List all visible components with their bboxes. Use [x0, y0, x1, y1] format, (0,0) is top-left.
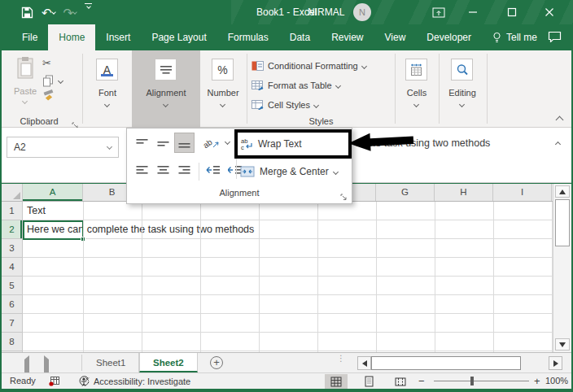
alignment-icon: [155, 59, 177, 81]
normal-view-button[interactable]: [325, 374, 348, 389]
scroll-up-button[interactable]: [555, 185, 570, 198]
merge-center-dropdown-icon[interactable]: [333, 168, 339, 174]
column-header-H[interactable]: H: [435, 184, 493, 201]
font-group-button[interactable]: A Font: [86, 52, 129, 126]
align-right-button[interactable]: [174, 159, 195, 180]
format-as-table-button[interactable]: Format as Table: [252, 80, 340, 91]
number-group-button[interactable]: % Number: [203, 52, 243, 126]
accessibility-status[interactable]: Accessibility: Investigate: [78, 376, 190, 387]
name-box[interactable]: A2: [7, 137, 119, 158]
cut-icon[interactable]: ✂: [42, 57, 51, 69]
cells-area[interactable]: Text Here we can complete the task using…: [23, 202, 553, 352]
sheet-tab-sheet1[interactable]: Sheet1: [83, 353, 139, 372]
row-header-3[interactable]: 3: [2, 239, 22, 258]
sheet-tab-sheet2[interactable]: Sheet2: [139, 353, 198, 372]
row-header-1[interactable]: 1: [2, 202, 22, 220]
collapse-ribbon-icon[interactable]: [556, 116, 564, 124]
record-macro-icon[interactable]: [49, 376, 60, 388]
tab-file[interactable]: File: [11, 24, 48, 50]
tab-home[interactable]: Home: [48, 24, 95, 50]
vertical-scroll-thumb[interactable]: [555, 199, 570, 246]
tab-data[interactable]: Data: [279, 24, 321, 50]
tab-scrollbar-splitter[interactable]: ⋮: [337, 356, 342, 360]
merge-and-center-button[interactable]: Merge & Center: [240, 163, 351, 181]
alignment-flyout-group-label: Alignment: [127, 188, 352, 198]
tab-page-layout[interactable]: Page Layout: [141, 24, 217, 50]
tab-formulas[interactable]: Formulas: [217, 24, 279, 50]
row-header-8[interactable]: 8: [2, 333, 22, 351]
row-header-6[interactable]: 6: [2, 295, 22, 314]
row-header-2[interactable]: 2: [2, 220, 22, 239]
cells-icon: [405, 59, 427, 81]
share-comment-icon[interactable]: [548, 31, 562, 46]
annotation-arrow: [348, 129, 415, 154]
column-header-A[interactable]: A: [23, 184, 83, 201]
select-all-corner[interactable]: [2, 184, 23, 202]
alignment-dialog-launcher-icon[interactable]: [340, 189, 348, 204]
hscroll-right-button[interactable]: [549, 356, 562, 370]
account-name[interactable]: NIRMAL: [308, 0, 344, 24]
name-box-dropdown-icon[interactable]: [107, 144, 112, 150]
close-button[interactable]: [536, 0, 563, 24]
column-header-I[interactable]: I: [493, 184, 552, 201]
maximize-button[interactable]: [498, 0, 526, 24]
scroll-down-button[interactable]: [555, 338, 570, 351]
zoom-slider-handle[interactable]: [470, 377, 474, 385]
middle-align-button[interactable]: [153, 133, 173, 153]
copy-icon[interactable]: [42, 75, 54, 90]
number-icon: %: [212, 59, 234, 81]
redo-button[interactable]: ↷: [62, 3, 79, 21]
alignment-group-button[interactable]: Alignment: [132, 50, 200, 128]
tab-insert[interactable]: Insert: [95, 24, 141, 50]
undo-button[interactable]: ↶: [40, 3, 57, 21]
paste-button[interactable]: Paste: [11, 55, 39, 107]
minimize-button[interactable]: [459, 0, 487, 24]
worksheet-grid: ABCDEFGHI 123456789 Text Here we can com…: [2, 184, 571, 352]
avatar[interactable]: N: [353, 3, 371, 21]
bottom-align-button[interactable]: [174, 133, 195, 153]
row-header-7[interactable]: 7: [2, 314, 22, 333]
undo-dropdown-icon[interactable]: [51, 10, 56, 15]
tab-developer[interactable]: Developer: [416, 24, 482, 50]
cell-A1[interactable]: Text: [27, 202, 46, 220]
conditional-formatting-button[interactable]: Conditional Formatting: [252, 60, 366, 72]
tab-view[interactable]: View: [374, 24, 417, 50]
zoom-out-button[interactable]: −: [418, 375, 425, 387]
page-layout-view-button[interactable]: [357, 374, 380, 389]
hscroll-left-button[interactable]: [357, 356, 371, 370]
orientation-button[interactable]: ab: [200, 133, 223, 153]
paste-dropdown-icon: [22, 98, 28, 104]
zoom-slider-track[interactable]: [434, 381, 529, 381]
vertical-scrollbar[interactable]: [553, 184, 571, 352]
selection-border: [23, 220, 84, 240]
styles-group-label: Styles: [250, 116, 392, 126]
collapse-formula-bar-icon[interactable]: [555, 142, 561, 147]
editing-group-button[interactable]: Editing: [442, 52, 483, 126]
align-left-button[interactable]: [132, 159, 152, 180]
page-break-preview-button[interactable]: [389, 374, 412, 389]
format-painter-icon[interactable]: [42, 89, 55, 105]
column-header-G[interactable]: G: [376, 184, 435, 201]
row-headers: 123456789: [2, 202, 23, 352]
cells-group-button[interactable]: Cells: [398, 52, 435, 126]
orientation-dropdown-icon[interactable]: [225, 139, 230, 145]
redo-dropdown-icon[interactable]: [72, 10, 77, 15]
copy-dropdown-icon[interactable]: [58, 78, 63, 84]
top-align-button[interactable]: [132, 133, 152, 153]
save-icon[interactable]: [20, 3, 35, 21]
ribbon-display-options-button[interactable]: [425, 0, 453, 24]
new-sheet-button[interactable]: +: [210, 356, 223, 369]
gridline: [83, 202, 84, 352]
center-button[interactable]: [153, 159, 173, 180]
cell-styles-button[interactable]: Cell Styles: [252, 99, 318, 111]
excel-window: ↶ ↷ Book1 - Excel NIRMAL N File Home: [0, 0, 573, 392]
tell-me-box[interactable]: Tell me: [482, 24, 548, 50]
tab-review[interactable]: Review: [321, 24, 374, 50]
zoom-in-button[interactable]: +: [534, 375, 540, 387]
row-header-4[interactable]: 4: [2, 258, 22, 277]
decrease-indent-button[interactable]: [203, 159, 223, 180]
customize-qat-icon[interactable]: [83, 3, 94, 21]
row-header-5[interactable]: 5: [2, 277, 22, 295]
zoom-level[interactable]: 100%: [545, 376, 568, 385]
horizontal-scroll-thumb[interactable]: [371, 356, 521, 370]
